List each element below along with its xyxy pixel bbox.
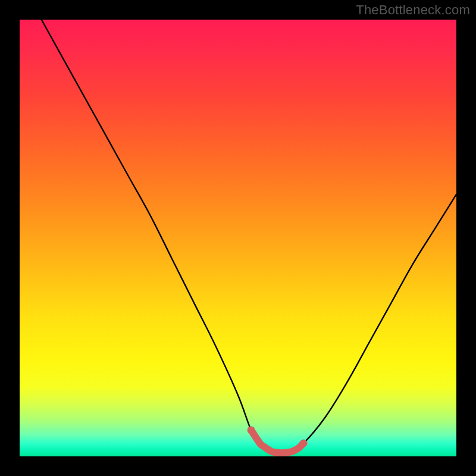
critical-zone-end-dot	[300, 439, 308, 447]
plot-area	[20, 20, 456, 456]
marker-group	[248, 426, 308, 453]
chart-svg	[20, 20, 456, 456]
critical-zone-start-dot	[248, 426, 255, 434]
critical-zone-path	[251, 430, 303, 453]
chart-frame: TheBottleneck.com	[0, 0, 476, 476]
curve-group	[42, 20, 456, 453]
watermark-text: TheBottleneck.com	[356, 2, 470, 18]
bottleneck-curve-path	[42, 20, 456, 453]
